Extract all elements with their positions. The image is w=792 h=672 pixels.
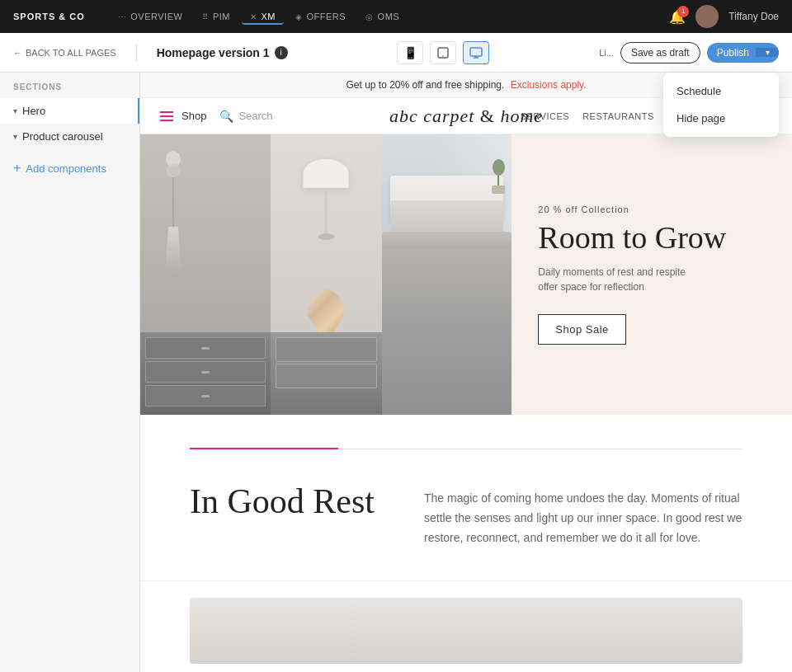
overview-icon: ⋯ [118,12,127,21]
content-section: In Good Rest The magic of coming home un… [140,415,792,580]
nav-item-offers-label: OFFERS [306,12,346,21]
hero-tag: 20 % off Collection [538,204,766,214]
section-divider [190,448,742,449]
offers-icon: ◈ [295,12,303,21]
sidebar-item-hero-label: Hero [22,105,45,117]
avatar [695,5,719,28]
product-carousel-chevron-icon: ▾ [13,132,17,141]
nav-item-xm-label: XM [261,12,276,21]
tablet-device-button[interactable] [430,41,456,64]
hero-image-1 [140,134,271,415]
top-nav-right: 🔔 1 Tiffany Doe [669,5,779,28]
mobile-device-button[interactable]: 📱 [397,41,423,64]
page-title: Homepage version 1 [157,46,270,59]
search-label: Search [238,110,272,122]
shop-menu-button[interactable]: Shop [160,110,206,122]
sidebar-item-hero[interactable]: ▾ Hero [0,98,139,124]
hero-image-2 [271,134,382,415]
sections-label: SECTIONS [0,82,139,98]
add-icon: + [13,161,21,176]
section-content: In Good Rest The magic of coming home un… [190,482,742,547]
hero-section: 20 % off Collection Room to Grow Daily m… [140,134,792,415]
svg-rect-2 [470,48,482,56]
notification-badge: 1 [677,6,689,17]
section-text: The magic of coming home undoes the day.… [424,482,742,547]
main-layout: SECTIONS ▾ Hero ▾ Product carousel + Add… [0,73,792,672]
gray-divider [338,449,742,449]
svg-point-1 [443,55,445,57]
oms-icon: ◎ [365,12,374,21]
shop-label: Shop [182,110,206,122]
dropdown-item-schedule[interactable]: Schedule [663,78,779,105]
nav-item-pim[interactable]: ⠿ PIM [194,8,238,25]
hero-content: 20 % off Collection Room to Grow Daily m… [512,134,792,415]
publish-dropdown-menu: Schedule Hide page [663,73,779,137]
sub-nav-actions: Li... Save as draft Publish ▾ [599,42,779,63]
back-arrow-icon: ← [13,48,22,58]
add-components-label: Add components [26,162,106,175]
dropdown-item-hide-page[interactable]: Hide page [663,105,779,132]
nav-item-pim-label: PIM [213,12,230,21]
site-logo: abc carpet & home [389,106,543,127]
hero-images [140,134,512,415]
restaurants-nav-item[interactable]: RESTAURANTS [582,111,654,121]
top-navigation: SPORTS & CO ⋯ OVERVIEW ⠿ PIM ✕ XM ◈ OFFE… [0,0,792,33]
publish-dropdown-arrow[interactable]: ▾ [756,48,779,57]
hero-description: Daily moments of rest and respiteoffer s… [538,265,766,294]
product-preview-image [190,598,742,664]
shop-sale-button[interactable]: Shop Sale [538,314,626,345]
hero-title: Room to Grow [538,221,766,256]
nav-item-overview[interactable]: ⋯ OVERVIEW [110,8,191,25]
back-label: BACK TO ALL PAGES [26,48,116,58]
desktop-device-button[interactable] [463,41,489,64]
header-search-button[interactable]: 🔍 Search [219,110,272,123]
user-name: Tiffany Doe [728,11,779,22]
notification-button[interactable]: 🔔 1 [669,9,686,25]
product-section-preview [140,580,792,672]
nav-item-oms-label: OMS [378,12,400,21]
back-link[interactable]: ← BACK TO ALL PAGES [13,48,116,58]
section-heading: In Good Rest [190,482,375,547]
info-icon[interactable]: i [275,46,288,59]
content-area: Get up to 20% off and free shipping. Exc… [140,73,792,672]
hamburger-icon [160,111,173,121]
live-label[interactable]: Li... [599,48,614,58]
brand-name: SPORTS & CO [13,12,85,21]
hero-image-3 [382,134,512,415]
hero-chevron-icon: ▾ [13,106,17,115]
pink-divider [190,448,338,449]
page-title-area: Homepage version 1 i [157,46,288,59]
search-icon: 🔍 [219,110,233,123]
publish-button-label: Publish [717,47,756,59]
publish-button[interactable]: Publish ▾ [707,43,779,63]
device-switcher: 📱 [301,41,587,64]
add-components-button[interactable]: + Add components [0,153,139,184]
pim-icon: ⠿ [202,12,209,21]
nav-item-oms[interactable]: ◎ OMS [357,8,408,25]
nav-item-offers[interactable]: ◈ OFFERS [287,8,354,25]
sidebar: SECTIONS ▾ Hero ▾ Product carousel + Add… [0,73,140,672]
nav-item-overview-label: OVERVIEW [130,12,182,21]
sidebar-item-product-carousel-label: Product carousel [22,130,103,143]
save-draft-button[interactable]: Save as draft [620,42,700,63]
preview-frame: Get up to 20% off and free shipping. Exc… [140,73,792,672]
sidebar-item-product-carousel[interactable]: ▾ Product carousel [0,124,139,149]
logo-text: abc carpet & home [389,106,543,126]
sub-navigation: ← BACK TO ALL PAGES Homepage version 1 i… [0,33,792,73]
nav-items: ⋯ OVERVIEW ⠿ PIM ✕ XM ◈ OFFERS ◎ OMS [110,8,653,25]
announcement-link[interactable]: Exclusions apply. [511,79,587,91]
xm-icon: ✕ [250,12,257,21]
announcement-text: Get up to 20% off and free shipping. [346,79,504,91]
nav-item-xm[interactable]: ✕ XM [242,8,284,25]
